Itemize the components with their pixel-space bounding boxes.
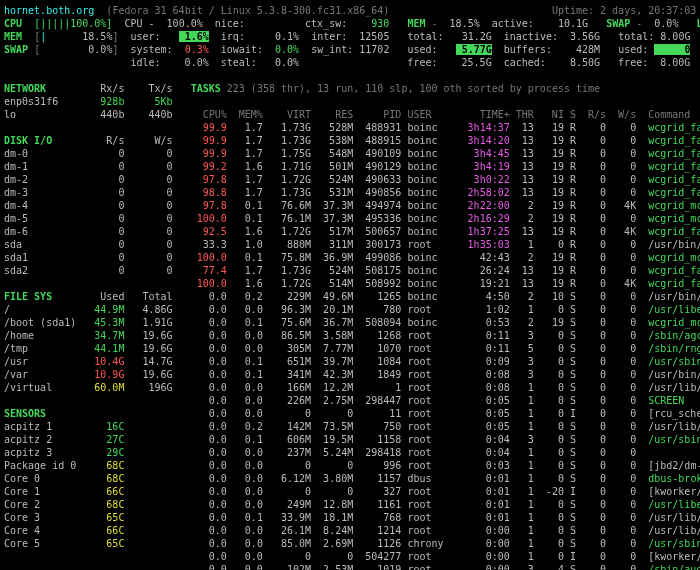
body-row: 0.0 0.0 102M 2.53M 1019 root 0:00 3 -4 S… bbox=[4, 563, 696, 570]
body-row: Core 1 66C 0.0 0.0 0 0 327 root 0:01 1 -… bbox=[4, 485, 696, 498]
title-bar: hornet.both.org (Fedora 31 64bit / Linux… bbox=[4, 4, 696, 17]
idle-row: idle: 0.0% steal: 0.0% free: 25.5G cache… bbox=[4, 56, 696, 69]
body-row: Core 3 65C 0.0 0.1 33.9M 18.1M 768 root … bbox=[4, 511, 696, 524]
body-row: /tmp 44.1M 19.6G 0.0 0.0 305M 7.77M 1070… bbox=[4, 342, 696, 355]
network-header: NETWORK Rx/s Tx/s TASKS 223 (358 thr), 1… bbox=[4, 82, 696, 95]
body-row: 0.0 0.0 226M 2.75M 298447 root 0:05 1 0 … bbox=[4, 394, 696, 407]
network-if2-and-proc-cols: lo 440b 440b CPU% MEM% VIRT RES PID USER… bbox=[4, 108, 696, 121]
body-row: sda2 0 0 77.4 1.7 1.73G 524M 508175 boin… bbox=[4, 264, 696, 277]
body-row: dm-6 0 0 92.5 1.6 1.72G 517M 500657 boin… bbox=[4, 225, 696, 238]
body-row: Core 5 65C 0.0 0.0 85.0M 2.69M 1126 chro… bbox=[4, 537, 696, 550]
network-if1: enp0s31f6 928b 5Kb bbox=[4, 95, 696, 108]
body-row: 100.0 1.6 1.72G 514M 508992 boinc 19:21 … bbox=[4, 277, 696, 290]
swap-summary-row: SWAP [ 0.0%] system: 0.3% iowait: 0.0% s… bbox=[4, 43, 696, 56]
body-row: Core 2 68C 0.0 0.0 249M 12.8M 1161 root … bbox=[4, 498, 696, 511]
body-row: /home 34.7M 19.6G 0.0 0.0 86.5M 3.58M 12… bbox=[4, 329, 696, 342]
process-list[interactable]: 99.9 1.7 1.73G 528M 488931 boinc 3h14:37… bbox=[4, 121, 696, 570]
body-row: 0.0 0.0 0 0 504277 root 0:00 1 0 I 0 0 [… bbox=[4, 550, 696, 563]
body-row: dm-1 0 0 99.2 1.6 1.71G 501M 490129 boin… bbox=[4, 160, 696, 173]
body-row: acpitz 2 27C 0.0 0.1 606M 19.5M 1158 roo… bbox=[4, 433, 696, 446]
body-row: dm-4 0 0 97.8 0.1 76.6M 37.3M 494974 boi… bbox=[4, 199, 696, 212]
body-row: dm-3 0 0 98.8 1.7 1.73G 531M 490856 boin… bbox=[4, 186, 696, 199]
cpu-summary-row: CPU [|||||100.0%] CPU - 100.0% nice: ctx… bbox=[4, 17, 696, 30]
body-row: 99.9 1.7 1.73G 528M 488931 boinc 3h14:37… bbox=[4, 121, 696, 134]
body-row: acpitz 3 29C 0.0 0.0 237M 5.24M 298418 r… bbox=[4, 446, 696, 459]
body-row: /usr 10.4G 14.7G 0.0 0.1 651M 39.7M 1084… bbox=[4, 355, 696, 368]
body-row: FILE SYS Used Total 0.0 0.2 229M 49.6M 1… bbox=[4, 290, 696, 303]
body-row: Core 0 68C 0.0 0.0 6.12M 3.80M 1157 dbus… bbox=[4, 472, 696, 485]
body-row: Core 4 66C 0.0 0.0 26.1M 8.24M 1214 root… bbox=[4, 524, 696, 537]
body-row: sda1 0 0 100.0 0.1 75.8M 36.9M 499086 bo… bbox=[4, 251, 696, 264]
body-row: /var 10.9G 19.6G 0.0 0.1 341M 42.3M 1849… bbox=[4, 368, 696, 381]
body-row: dm-0 0 0 99.9 1.7 1.75G 548M 490109 boin… bbox=[4, 147, 696, 160]
body-row: /boot (sda1) 45.3M 1.91G 0.0 0.1 75.6M 3… bbox=[4, 316, 696, 329]
mem-summary-row: MEM [| 18.5%] user: 1.6% irq: 0.1% inter… bbox=[4, 30, 696, 43]
body-row: SENSORS 0.0 0.0 0 0 11 root 0:05 1 0 I 0… bbox=[4, 407, 696, 420]
body-row: dm-2 0 0 97.8 1.7 1.72G 524M 490633 boin… bbox=[4, 173, 696, 186]
body-row: dm-5 0 0 100.0 0.1 76.1M 37.3M 495336 bo… bbox=[4, 212, 696, 225]
body-row: acpitz 1 16C 0.0 0.2 142M 73.5M 750 root… bbox=[4, 420, 696, 433]
body-row: sda 0 0 33.3 1.0 880M 311M 300173 root 1… bbox=[4, 238, 696, 251]
body-row: /virtual 60.0M 196G 0.0 0.0 166M 12.2M 1… bbox=[4, 381, 696, 394]
body-row: / 44.9M 4.86G 0.0 0.0 96.3M 20.1M 780 ro… bbox=[4, 303, 696, 316]
body-row: DISK I/O R/s W/s 99.9 1.7 1.73G 538M 488… bbox=[4, 134, 696, 147]
body-row: Package id 0 68C 0.0 0.0 0 0 996 root 0:… bbox=[4, 459, 696, 472]
